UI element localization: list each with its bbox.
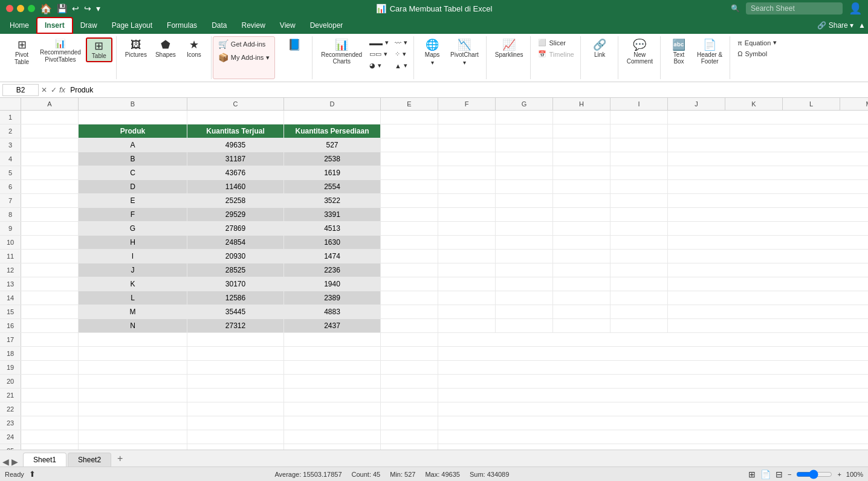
row-header-1[interactable]: 1 <box>0 111 21 124</box>
row-header-16[interactable]: 16 <box>0 319 21 332</box>
cell-c21[interactable] <box>187 389 284 402</box>
cell-i4[interactable] <box>611 152 668 166</box>
cell-c24[interactable] <box>187 430 284 444</box>
cell-i1[interactable] <box>611 111 668 124</box>
tab-page-layout[interactable]: Page Layout <box>105 17 160 34</box>
cell-d7[interactable]: 3522 <box>284 194 381 207</box>
cell-f10[interactable] <box>438 236 496 249</box>
quick-access-save[interactable]: 💾 <box>57 4 67 13</box>
cell-c18[interactable] <box>187 347 284 360</box>
col-header-j[interactable]: J <box>668 98 725 110</box>
cell-h3[interactable] <box>553 138 611 152</box>
view-pagebreak-icon[interactable]: ⊟ <box>776 470 783 479</box>
cell-c7[interactable]: 25258 <box>187 194 284 207</box>
cell-e23[interactable] <box>381 416 438 430</box>
cell-b14[interactable]: L <box>79 291 187 305</box>
cell-e6[interactable] <box>381 180 438 193</box>
cell-a15[interactable] <box>21 305 79 318</box>
cell-b16[interactable]: N <box>79 319 187 332</box>
cell-a19[interactable] <box>21 361 79 374</box>
cell-b3[interactable]: A <box>79 138 187 152</box>
cell-a12[interactable] <box>21 263 79 277</box>
cell-i10[interactable] <box>611 236 668 249</box>
cell-f5[interactable] <box>438 166 496 179</box>
cell-h11[interactable] <box>553 250 611 263</box>
extra-addin-button[interactable]: 📘 <box>280 37 308 52</box>
cell-f16[interactable] <box>438 319 496 332</box>
cell-a24[interactable] <box>21 430 79 444</box>
quick-access-redo[interactable]: ↪ <box>84 4 91 13</box>
cell-f2[interactable] <box>438 124 496 138</box>
cell-e15[interactable] <box>381 305 438 318</box>
col-header-e[interactable]: E <box>381 98 438 110</box>
cell-e7[interactable] <box>381 194 438 207</box>
cell-g15[interactable] <box>496 305 553 318</box>
line-chart-button[interactable]: 〰▾ <box>392 37 410 48</box>
cell-f3[interactable] <box>438 138 496 152</box>
col-header-i[interactable]: I <box>611 98 668 110</box>
confirm-formula[interactable]: ✓ <box>51 86 57 94</box>
row-header-23[interactable]: 23 <box>0 416 21 430</box>
zoom-out-icon[interactable]: − <box>788 471 791 478</box>
cell-b25[interactable] <box>79 444 187 450</box>
cell-h14[interactable] <box>553 291 611 305</box>
cell-b12[interactable]: J <box>79 263 187 277</box>
cell-e25[interactable] <box>381 444 438 450</box>
cell-h4[interactable] <box>553 152 611 166</box>
row-header-2[interactable]: 2 <box>0 124 21 138</box>
cell-b19[interactable] <box>79 361 187 374</box>
cell-b23[interactable] <box>79 416 187 430</box>
text-box-button[interactable]: 🔤 TextBox <box>666 37 692 66</box>
cell-c8[interactable]: 29529 <box>187 208 284 221</box>
row-header-22[interactable]: 22 <box>0 402 21 416</box>
cancel-formula[interactable]: ✕ <box>41 86 47 94</box>
cell-i2[interactable] <box>611 124 668 138</box>
cell-e12[interactable] <box>381 263 438 277</box>
col-header-k[interactable]: K <box>725 98 783 110</box>
row-header-10[interactable]: 10 <box>0 236 21 249</box>
cell-b22[interactable] <box>79 402 187 416</box>
cell-e22[interactable] <box>381 402 438 416</box>
cell-c14[interactable]: 12586 <box>187 291 284 305</box>
cell-e19[interactable] <box>381 361 438 374</box>
cell-h5[interactable] <box>553 166 611 179</box>
cell-g12[interactable] <box>496 263 553 277</box>
cell-c1[interactable] <box>187 111 284 124</box>
cell-c20[interactable] <box>187 375 284 388</box>
cell-d25[interactable] <box>284 444 381 450</box>
get-addins-button[interactable]: 🛒 Get Add-ins <box>216 38 268 50</box>
cell-e24[interactable] <box>381 430 438 444</box>
cell-e17[interactable] <box>381 333 438 346</box>
cell-e20[interactable] <box>381 375 438 388</box>
scatter-chart-button[interactable]: ⁘▾ <box>392 49 410 59</box>
cell-d22[interactable] <box>284 402 381 416</box>
cell-d24[interactable] <box>284 430 381 444</box>
col-header-h[interactable]: H <box>553 98 611 110</box>
cell-a5[interactable] <box>21 166 79 179</box>
tab-insert[interactable]: Insert <box>36 17 73 34</box>
row-header-7[interactable]: 7 <box>0 194 21 207</box>
cell-c12[interactable]: 28525 <box>187 263 284 277</box>
tab-home[interactable]: Home <box>2 17 36 34</box>
cell-a21[interactable] <box>21 389 79 402</box>
cell-e4[interactable] <box>381 152 438 166</box>
row-header-11[interactable]: 11 <box>0 250 21 263</box>
cell-g10[interactable] <box>496 236 553 249</box>
cell-i15[interactable] <box>611 305 668 318</box>
cell-d11[interactable]: 1474 <box>284 250 381 263</box>
row-header-24[interactable]: 24 <box>0 430 21 444</box>
cell-f4[interactable] <box>438 152 496 166</box>
cell-b13[interactable]: K <box>79 277 187 291</box>
slicer-button[interactable]: ⬜ Slicer <box>536 37 568 48</box>
cell-e10[interactable] <box>381 236 438 249</box>
cell-i11[interactable] <box>611 250 668 263</box>
cell-b6[interactable]: D <box>79 180 187 193</box>
cell-e13[interactable] <box>381 277 438 291</box>
cell-d12[interactable]: 2236 <box>284 263 381 277</box>
row-header-12[interactable]: 12 <box>0 263 21 277</box>
table-button[interactable]: ⊞ Table <box>86 37 112 62</box>
row-header-14[interactable]: 14 <box>0 291 21 305</box>
cell-f7[interactable] <box>438 194 496 207</box>
cell-a8[interactable] <box>21 208 79 221</box>
cell-f11[interactable] <box>438 250 496 263</box>
